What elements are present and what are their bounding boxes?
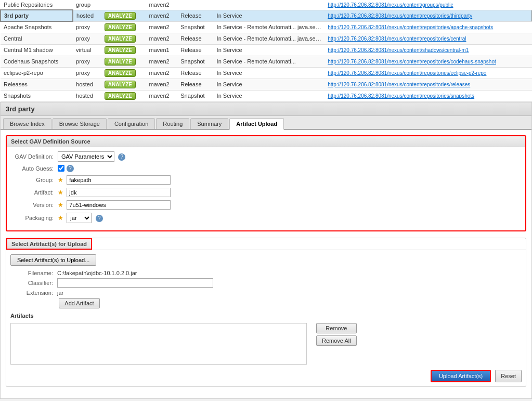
filename-row: Filename: C:\fakepath\ojdbc-10.1.0.2.0.j…	[10, 270, 522, 276]
group-input[interactable]	[67, 175, 171, 185]
repo-analyze-cell[interactable]: ANALYZE	[101, 33, 146, 44]
repo-type-cell: group	[73, 0, 101, 10]
repo-url-cell[interactable]: http://120.76.206.82:8081/nexus/content/…	[325, 21, 531, 33]
extension-row: Extension: jar	[10, 290, 522, 296]
table-row[interactable]: Apache Snapshots proxy ANALYZE maven2 Sn…	[1, 21, 532, 33]
repo-policy-cell: Snapshot	[177, 21, 213, 33]
gav-section: Select GAV Definition Source GAV Definit…	[6, 135, 526, 231]
filename-value: C:\fakepath\ojdbc-10.1.0.2.0.jar	[57, 270, 137, 276]
packaging-field: ★ jar war pom ear ?	[58, 213, 521, 223]
bottom-row: Upload Artifact(s) Reset	[10, 370, 522, 382]
remove-all-button[interactable]: Remove All	[316, 335, 357, 346]
packaging-help-icon[interactable]: ?	[96, 215, 103, 222]
analyze-button[interactable]: ANALYZE	[105, 69, 136, 77]
analyze-button[interactable]: ANALYZE	[105, 35, 136, 43]
table-row[interactable]: Releases hosted ANALYZE maven2 Release I…	[1, 79, 532, 90]
repo-url-cell[interactable]: http://120.76.206.82:8081/nexus/content/…	[325, 0, 531, 10]
repo-status-cell: In Service	[214, 44, 325, 56]
version-field: ★	[58, 200, 521, 210]
repo-name-cell: Apache Snapshots	[1, 21, 73, 33]
artifacts-label: Artifacts	[10, 313, 522, 319]
table-row[interactable]: 3rd party hosted ANALYZE maven2 Release …	[1, 10, 532, 21]
gav-section-body: GAV Definition: GAV Parameters ? Auto Gu…	[7, 147, 525, 230]
repo-policy-cell: Snapshot	[177, 90, 213, 101]
analyze-button[interactable]: ANALYZE	[105, 81, 136, 88]
gav-definition-row: GAV Definition: GAV Parameters ?	[11, 151, 521, 162]
repo-status-cell: In Service - Remote Automati... java.sec…	[214, 21, 325, 33]
upload-section: Select Artifact(s) for Upload Select Art…	[6, 238, 526, 387]
artifact-buttons: Remove Remove All	[316, 323, 357, 346]
repo-url-cell[interactable]: http://120.76.206.82:8081/nexus/content/…	[325, 10, 531, 21]
repo-analyze-cell[interactable]: ANALYZE	[101, 67, 146, 79]
repo-format-cell: maven1	[146, 44, 178, 56]
analyze-button[interactable]: ANALYZE	[105, 46, 136, 54]
repo-analyze-cell[interactable]: ANALYZE	[101, 10, 146, 21]
repo-name-cell: eclipse-p2-repo	[1, 67, 73, 79]
repo-status-cell: In Service	[214, 79, 325, 90]
analyze-button[interactable]: ANALYZE	[105, 23, 136, 31]
table-row[interactable]: Central M1 shadow virtual ANALYZE maven1…	[1, 44, 532, 56]
packaging-select[interactable]: jar war pom ear	[67, 213, 92, 223]
classifier-field	[57, 278, 213, 288]
artifacts-row: Remove Remove All	[10, 323, 522, 365]
classifier-input[interactable]	[57, 278, 213, 288]
version-input[interactable]	[67, 200, 171, 210]
repo-type-cell: hosted	[73, 79, 101, 90]
add-artifact-button[interactable]: Add Artifact	[59, 298, 99, 308]
tab-configuration[interactable]: Configuration	[108, 118, 155, 129]
table-row[interactable]: Codehaus Snapshots proxy ANALYZE maven2 …	[1, 56, 532, 67]
repo-format-cell: maven2	[146, 0, 178, 10]
tab-summary[interactable]: Summary	[190, 118, 228, 129]
repo-type-cell: hosted	[73, 90, 101, 101]
repo-analyze-cell[interactable]: ANALYZE	[101, 79, 146, 90]
analyze-button[interactable]: ANALYZE	[105, 58, 136, 66]
repo-type-cell: proxy	[73, 33, 101, 44]
auto-guess-help-icon[interactable]: ?	[67, 165, 74, 172]
repo-url-cell[interactable]: http://120.76.206.82:8081/nexus/content/…	[325, 33, 531, 44]
repo-url-cell[interactable]: http://120.76.206.82:8081/nexus/content/…	[325, 44, 531, 56]
repo-analyze-cell[interactable]: ANALYZE	[101, 44, 146, 56]
packaging-label: Packaging:	[11, 215, 58, 221]
remove-button[interactable]: Remove	[316, 323, 357, 333]
tab-artifact-upload[interactable]: Artifact Upload	[229, 118, 284, 130]
auto-guess-field: ?	[58, 165, 521, 172]
analyze-button[interactable]: ANALYZE	[105, 12, 136, 20]
upload-section-title: Select Artifact(s) for Upload	[6, 238, 92, 250]
repo-policy-cell	[177, 0, 213, 10]
table-row[interactable]: Public Repositories group maven2 http://…	[1, 0, 532, 10]
gav-definition-select[interactable]: GAV Parameters	[58, 151, 114, 162]
table-row[interactable]: eclipse-p2-repo proxy ANALYZE maven2 Rel…	[1, 67, 532, 79]
artifacts-area	[10, 323, 307, 365]
artifact-row: Artifact: ★	[11, 188, 521, 197]
tab-browse-index[interactable]: Browse Index	[3, 118, 51, 129]
repo-url-cell[interactable]: http://120.76.206.82:8081/nexus/content/…	[325, 79, 531, 90]
select-artifacts-button[interactable]: Select Artifact(s) to Upload...	[10, 254, 96, 266]
table-row[interactable]: Central proxy ANALYZE maven2 Release In …	[1, 33, 532, 44]
tab-routing[interactable]: Routing	[156, 118, 189, 129]
repo-url-cell[interactable]: http://120.76.206.82:8081/nexus/content/…	[325, 56, 531, 67]
repo-status-cell: In Service	[214, 10, 325, 21]
repo-status-cell: In Service	[214, 90, 325, 101]
gav-help-icon[interactable]: ?	[118, 153, 125, 161]
repo-analyze-cell[interactable]: ANALYZE	[101, 21, 146, 33]
repo-analyze-cell[interactable]: ANALYZE	[101, 90, 146, 101]
reset-button[interactable]: Reset	[495, 370, 522, 382]
artifact-input[interactable]	[67, 188, 171, 197]
tabs-container: Browse IndexBrowse StorageConfigurationR…	[1, 116, 531, 130]
analyze-button[interactable]: ANALYZE	[105, 92, 136, 100]
auto-guess-checkbox[interactable]	[58, 165, 64, 172]
group-field: ★	[58, 175, 521, 185]
classifier-row: Classifier:	[10, 278, 522, 288]
repo-url-cell[interactable]: http://120.76.206.82:8081/nexus/content/…	[325, 90, 531, 101]
table-row[interactable]: Snapshots hosted ANALYZE maven2 Snapshot…	[1, 90, 532, 101]
repo-name-cell: Releases	[1, 79, 73, 90]
repo-url-cell[interactable]: http://120.76.206.82:8081/nexus/content/…	[325, 67, 531, 79]
panel-content: Select GAV Definition Source GAV Definit…	[1, 130, 531, 398]
upload-artifacts-button[interactable]: Upload Artifact(s)	[431, 370, 491, 382]
repo-status-cell: In Service - Remote Automati... java.sec…	[214, 33, 325, 44]
repo-analyze-cell[interactable]: ANALYZE	[101, 56, 146, 67]
repo-format-cell: maven2	[146, 67, 178, 79]
extension-label: Extension:	[10, 290, 57, 296]
repo-policy-cell: Release	[177, 67, 213, 79]
tab-browse-storage[interactable]: Browse Storage	[53, 118, 107, 129]
